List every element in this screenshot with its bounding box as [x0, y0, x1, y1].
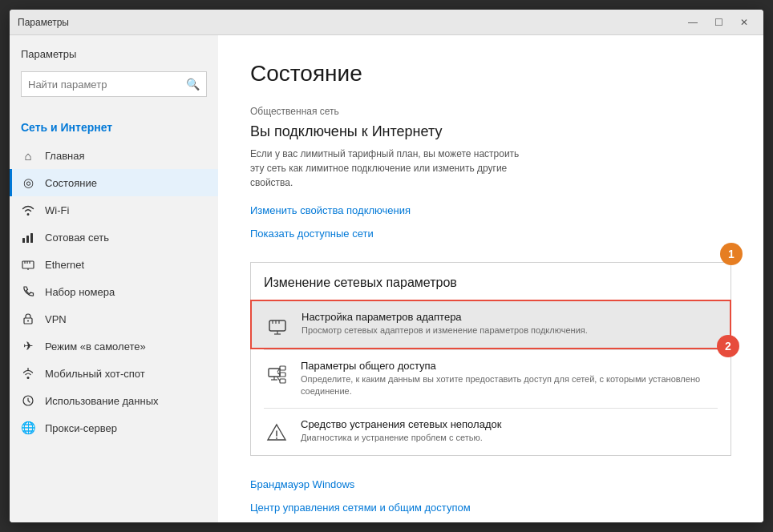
- svg-rect-21: [280, 373, 285, 377]
- sharing-option-text: Параметры общего доступа Определите, к к…: [301, 360, 718, 398]
- svg-rect-3: [22, 261, 34, 268]
- search-box[interactable]: 🔍: [21, 71, 207, 97]
- settings-option-sharing[interactable]: Параметры общего доступа Определите, к к…: [251, 350, 731, 408]
- sidebar-item-datausage[interactable]: Использование данных: [10, 387, 218, 414]
- svg-rect-22: [280, 379, 285, 383]
- connected-title: Вы подключены к Интернету: [250, 123, 731, 140]
- dialup-icon: [21, 284, 35, 299]
- sidebar-item-vpn[interactable]: VPN: [10, 305, 218, 332]
- badge-1: 1: [720, 243, 743, 265]
- svg-point-9: [27, 320, 29, 322]
- adapter-option-title: Настройка параметров адаптера: [302, 311, 717, 323]
- link-network-center[interactable]: Центр управления сетями и общим доступом: [250, 502, 731, 514]
- troubleshoot-icon: [264, 420, 289, 445]
- sidebar-item-status[interactable]: ◎ Состояние: [10, 169, 218, 196]
- svg-rect-0: [22, 238, 25, 243]
- svg-rect-17: [269, 369, 280, 377]
- sidebar-item-label: Набор номера: [45, 286, 115, 298]
- cellular-icon: [21, 230, 35, 244]
- datausage-icon: [21, 393, 35, 408]
- sidebar-item-label: Режим «в самолете»: [45, 341, 146, 353]
- sidebar-app-title: Параметры: [21, 48, 207, 60]
- settings-box-title: Изменение сетевых параметров: [251, 263, 731, 300]
- wifi-icon: [21, 203, 35, 217]
- sidebar-item-airplane[interactable]: ✈ Режим «в самолете»: [10, 332, 218, 360]
- titlebar: Параметры — ☐ ✕: [10, 10, 763, 35]
- sidebar-item-ethernet[interactable]: Ethernet: [10, 251, 218, 278]
- svg-point-27: [276, 437, 277, 439]
- window-controls: — ☐ ✕: [682, 14, 755, 30]
- connected-desc: Если у вас лимитный тарифный план, вы мо…: [250, 147, 523, 190]
- close-button[interactable]: ✕: [733, 14, 755, 30]
- ethernet-icon: [21, 257, 35, 272]
- svg-rect-2: [30, 233, 33, 243]
- svg-rect-1: [26, 236, 29, 243]
- troubleshoot-option-title: Средство устранения сетевых неполадок: [301, 418, 718, 430]
- search-input[interactable]: [28, 79, 186, 91]
- proxy-icon: 🌐: [21, 421, 35, 435]
- adapter-option-desc: Просмотр сетевых адаптеров и изменение п…: [302, 324, 717, 337]
- sidebar-section-title: Сеть и Интернет: [10, 116, 218, 142]
- adapter-icon: [265, 312, 290, 338]
- page-title: Состояние: [250, 61, 731, 87]
- sidebar-item-home[interactable]: ⌂ Главная: [10, 142, 218, 169]
- sidebar-item-dialup[interactable]: Набор номера: [10, 278, 218, 305]
- svg-line-25: [277, 377, 280, 381]
- sidebar-item-label: Состояние: [45, 177, 97, 189]
- main-content: Состояние Общественная сеть Вы подключен…: [218, 35, 763, 522]
- sidebar-item-label: Главная: [45, 150, 84, 162]
- sharing-option-title: Параметры общего доступа: [301, 360, 718, 372]
- sharing-option-desc: Определите, к каким данным вы хотите пре…: [301, 373, 718, 398]
- status-icon: ◎: [21, 175, 35, 190]
- minimize-button[interactable]: —: [682, 14, 704, 30]
- sidebar-item-hotspot[interactable]: Мобильный хот-спот: [10, 360, 218, 387]
- vpn-icon: [21, 312, 35, 326]
- sidebar-item-label: Сотовая сеть: [45, 232, 109, 244]
- svg-rect-11: [269, 320, 285, 331]
- network-type: Общественная сеть: [250, 106, 731, 117]
- troubleshoot-option-desc: Диагностика и устранение проблем с сетью…: [301, 432, 718, 444]
- sidebar-item-label: Мобильный хот-спот: [45, 368, 145, 380]
- sidebar-item-label: Использование данных: [45, 395, 159, 407]
- link-firewall[interactable]: Брандмауэр Windows: [250, 478, 731, 490]
- airplane-icon: ✈: [21, 339, 35, 353]
- sidebar-item-label: VPN: [45, 313, 67, 325]
- settings-option-adapter[interactable]: Настройка параметров адаптера Просмотр с…: [252, 301, 730, 348]
- bottom-links: Брандмауэр Windows Центр управления сетя…: [250, 478, 731, 514]
- sharing-icon: [264, 361, 289, 387]
- settings-option-troubleshoot[interactable]: Средство устранения сетевых неполадок Ди…: [251, 409, 731, 455]
- sidebar-item-proxy[interactable]: 🌐 Прокси-сервер: [10, 414, 218, 441]
- settings-box: Изменение сетевых параметров: [250, 262, 731, 456]
- svg-rect-20: [280, 366, 285, 370]
- sidebar-item-wifi[interactable]: Wi-Fi: [10, 196, 218, 224]
- hotspot-icon: [21, 366, 35, 381]
- badge-2: 2: [717, 335, 739, 357]
- home-icon: ⌂: [21, 148, 35, 163]
- sidebar-item-cellular[interactable]: Сотовая сеть: [10, 224, 218, 251]
- link-show-networks[interactable]: Показать доступные сети: [250, 228, 731, 240]
- link-properties[interactable]: Изменить свойства подключения: [250, 204, 731, 216]
- maximize-button[interactable]: ☐: [707, 14, 730, 30]
- sidebar-item-label: Прокси-сервер: [45, 422, 117, 434]
- search-icon: 🔍: [186, 78, 200, 91]
- window-title: Параметры: [18, 17, 682, 28]
- troubleshoot-option-text: Средство устранения сетевых неполадок Ди…: [301, 418, 718, 444]
- sidebar: Параметры 🔍 Сеть и Интернет ⌂ Главная ◎ …: [10, 35, 218, 522]
- sidebar-item-label: Ethernet: [45, 259, 84, 271]
- sidebar-item-label: Wi-Fi: [45, 204, 69, 216]
- adapter-option-text: Настройка параметров адаптера Просмотр с…: [302, 311, 717, 337]
